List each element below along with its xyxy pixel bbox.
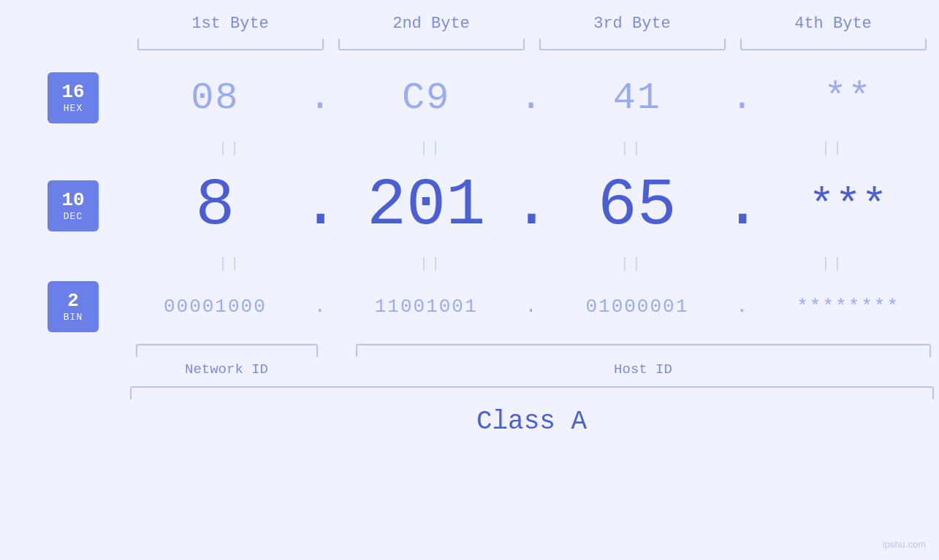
- watermark: ipshu.com: [883, 539, 926, 550]
- byte4-header: 4th Byte: [733, 15, 934, 39]
- bin-row: 2 BIN 00001000 . 11001001 . 01000001 .: [0, 274, 939, 340]
- network-id-bracket: [136, 344, 318, 357]
- dec-dot1: .: [306, 169, 335, 243]
- top-bracket-3: [539, 39, 726, 50]
- dec-byte2: 201: [335, 169, 517, 243]
- sep1: || || || ||: [130, 138, 934, 158]
- hex-byte2: C9: [335, 77, 517, 120]
- byte1-header: 1st Byte: [130, 15, 331, 39]
- byte2-header: 2nd Byte: [331, 15, 532, 39]
- sep2: || || || ||: [130, 253, 934, 274]
- bin-dot1: .: [306, 296, 335, 318]
- bin-bytes: 00001000 . 11001001 . 01000001 . *******…: [124, 296, 939, 318]
- bin-badge: 2 BIN: [47, 281, 99, 332]
- class-bracket: [130, 386, 934, 399]
- hex-byte3: 41: [547, 77, 729, 120]
- sep1-b3: ||: [532, 140, 733, 157]
- top-bracket-2: [338, 39, 525, 50]
- dec-row: 10 DEC 8 . 201 . 65 . ***: [0, 158, 939, 253]
- sep1-b4: ||: [733, 140, 934, 157]
- bin-byte2: 11001001: [335, 296, 517, 318]
- dec-base-number: 10: [61, 190, 84, 211]
- hex-dot3: .: [728, 77, 757, 120]
- bin-byte3: 01000001: [547, 296, 729, 318]
- sep2-b4: ||: [733, 256, 934, 272]
- hex-row: 16 HEX 08 . C9 . 41 . **: [0, 58, 939, 138]
- bin-dot3: .: [728, 296, 757, 318]
- sep2-b1: ||: [130, 256, 331, 272]
- class-section: Class A: [130, 386, 934, 437]
- dec-label: 10 DEC: [29, 180, 117, 231]
- host-id-bracket: [356, 344, 931, 357]
- hex-bytes: 08 . C9 . 41 . **: [124, 77, 939, 120]
- network-id-label: Network ID: [185, 361, 268, 377]
- byte-headers: 1st Byte 2nd Byte 3rd Byte 4th Byte: [130, 15, 934, 39]
- hex-label: 16 HEX: [29, 72, 117, 123]
- hex-base-number: 16: [61, 82, 84, 103]
- network-id-section: Network ID: [130, 344, 324, 377]
- bin-base-number: 2: [67, 291, 79, 312]
- top-bracket-1: [137, 39, 324, 50]
- class-label: Class A: [476, 407, 587, 437]
- sep2-b3: ||: [532, 256, 733, 272]
- hex-byte4: **: [757, 77, 939, 120]
- top-bracket-4: [740, 39, 927, 50]
- bracket-spacer1: [324, 344, 353, 377]
- dec-dot2: .: [517, 169, 547, 243]
- bin-label: 2 BIN: [29, 281, 117, 332]
- bin-base-text: BIN: [64, 312, 83, 323]
- bin-byte4: ********: [757, 296, 939, 318]
- bin-byte1: 00001000: [124, 296, 306, 318]
- bin-dot2: .: [517, 296, 547, 318]
- id-brackets: Network ID Host ID: [130, 344, 934, 377]
- top-brackets: [130, 39, 934, 50]
- dec-byte4: ***: [757, 181, 939, 231]
- host-id-section: Host ID: [353, 344, 934, 377]
- hex-dot2: .: [517, 77, 547, 120]
- dec-byte3: 65: [547, 169, 729, 243]
- dec-badge: 10 DEC: [47, 180, 99, 231]
- hex-base-text: HEX: [64, 103, 83, 114]
- dec-byte1: 8: [124, 169, 306, 243]
- byte3-header: 3rd Byte: [532, 15, 733, 39]
- sep2-b2: ||: [331, 256, 532, 272]
- sep1-b1: ||: [130, 140, 331, 157]
- dec-dot3: .: [728, 169, 757, 243]
- main-container: 1st Byte 2nd Byte 3rd Byte 4th Byte 16 H…: [0, 0, 939, 560]
- host-id-label: Host ID: [614, 361, 672, 377]
- hex-dot1: .: [306, 77, 335, 120]
- hex-badge: 16 HEX: [47, 72, 99, 123]
- sep1-b2: ||: [331, 140, 532, 157]
- hex-byte1: 08: [124, 77, 306, 120]
- dec-base-text: DEC: [64, 211, 83, 222]
- dec-bytes: 8 . 201 . 65 . ***: [124, 169, 939, 243]
